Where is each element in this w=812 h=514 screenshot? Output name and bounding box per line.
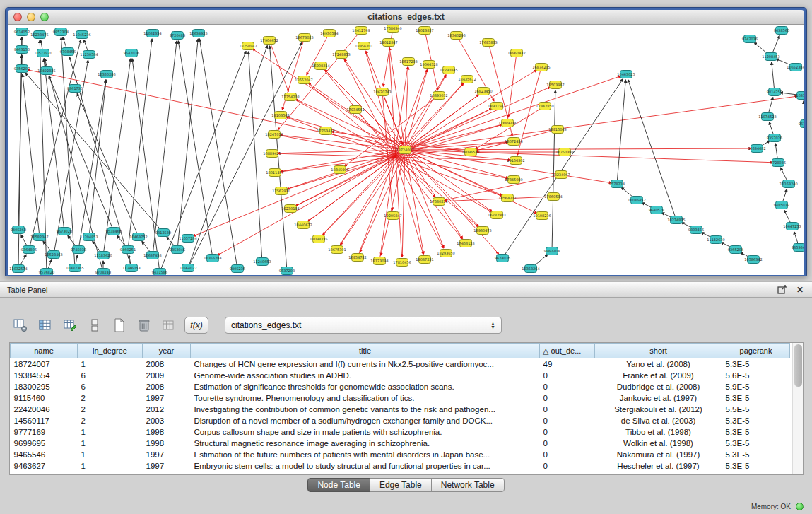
graph-node[interactable]: 17290845 — [440, 66, 457, 74]
function-builder-button[interactable]: f(x) — [184, 317, 208, 334]
graph-node[interactable]: 17810456 — [393, 259, 411, 267]
graph-node[interactable]: 9356207 — [14, 65, 30, 73]
graph-node[interactable]: 9805236 — [230, 265, 245, 273]
graph-node[interactable]: 10573920 — [34, 49, 52, 57]
graph-edge[interactable] — [405, 87, 551, 150]
graph-node[interactable]: 18552047 — [295, 76, 312, 84]
table-row[interactable]: 946362711997Embryonic stem cells: a mode… — [11, 460, 790, 472]
choose-columns-icon[interactable] — [36, 316, 54, 334]
graph-node[interactable]: 18340296 — [447, 32, 465, 40]
graph-node[interactable]: 9742036 — [742, 35, 758, 43]
table-row[interactable]: 946554611997Estimation of the future num… — [11, 449, 790, 460]
graph-node[interactable]: 11074523 — [758, 113, 776, 121]
graph-node[interactable]: 11204853 — [80, 233, 98, 241]
graph-edge[interactable] — [275, 142, 508, 173]
import-table-icon[interactable] — [160, 316, 178, 334]
graph-node[interactable]: 9673028 — [57, 228, 72, 235]
graph-node[interactable]: 9431586 — [152, 269, 167, 276]
graph-node[interactable]: 18435672 — [458, 76, 476, 83]
table-row[interactable]: 2242004622012Investigating the contribut… — [11, 404, 790, 415]
graph-node[interactable]: 19156302 — [507, 157, 524, 165]
graph-node[interactable]: 9867204 — [544, 247, 560, 255]
table-settings-icon[interactable] — [11, 316, 30, 334]
graph-node[interactable]: 9438560 — [774, 27, 789, 35]
graph-node[interactable]: 16954782 — [348, 254, 366, 262]
graph-node[interactable]: 10637458 — [143, 252, 161, 259]
graph-node[interactable]: 11036452 — [628, 197, 645, 204]
graph-node[interactable]: 18675301 — [328, 246, 346, 254]
graph-node[interactable]: 16782903 — [488, 211, 505, 219]
table-row[interactable]: 911546021997Tourette syndrome. Phenomeno… — [11, 392, 790, 404]
table-scrollbar[interactable] — [792, 343, 803, 474]
graph-node[interactable]: 9634052 — [14, 28, 30, 36]
table-row[interactable]: 1872400712008Changes of HCN gene express… — [11, 358, 790, 370]
graph-node[interactable]: 9364805 — [21, 246, 37, 254]
graph-edge[interactable] — [381, 150, 405, 255]
graph-edge[interactable] — [508, 53, 517, 117]
graph-node[interactable]: 19103562 — [271, 112, 289, 119]
graph-node[interactable]: 11082354 — [143, 30, 161, 37]
graph-node[interactable]: 19012847 — [379, 39, 397, 47]
graph-node[interactable]: 18673025 — [295, 34, 313, 42]
graph-node[interactable]: 10534682 — [748, 145, 765, 153]
column-header[interactable]: pagerank — [722, 344, 790, 358]
graph-node[interactable]: 9853046 — [170, 246, 185, 254]
graph-node[interactable]: 10238475 — [30, 31, 48, 39]
zoom-window-button[interactable] — [40, 13, 49, 21]
table-selector-dropdown[interactable]: citations_edges.txt ▲▼ — [225, 317, 502, 334]
graph-node[interactable]: 19023857 — [416, 27, 433, 35]
graph-edge[interactable] — [383, 28, 393, 86]
graph-edge[interactable] — [270, 46, 287, 271]
column-header[interactable]: title — [191, 344, 540, 358]
graph-node[interactable]: 9861730 — [67, 85, 83, 93]
graph-node[interactable]: 9745038 — [71, 246, 86, 254]
graph-node[interactable]: 9460251 — [120, 246, 136, 254]
graph-node[interactable]: 18345906 — [331, 166, 348, 174]
edit-columns-icon[interactable] — [61, 316, 79, 334]
graph-node[interactable]: 18930475 — [473, 227, 491, 235]
graph-node[interactable]: 18412769 — [352, 27, 370, 35]
graph-node[interactable]: 9365204 — [728, 246, 743, 254]
graph-node[interactable]: 9803456 — [688, 226, 704, 234]
graph-node[interactable]: 9852304 — [53, 28, 69, 36]
graph-node[interactable]: 17342850 — [536, 103, 553, 110]
graph-node[interactable]: 9708243 — [95, 269, 111, 276]
tab-network-table[interactable]: Network Table — [431, 478, 505, 492]
graph-node[interactable]: 10274835 — [667, 216, 685, 224]
graph-edge[interactable] — [617, 80, 625, 184]
graph-node[interactable]: 19064328 — [420, 61, 437, 69]
graph-node[interactable]: 16895032 — [430, 92, 447, 100]
graph-node[interactable]: 17763418 — [317, 127, 334, 135]
graph-node[interactable]: 18440672 — [294, 221, 312, 229]
graph-node[interactable]: 10586342 — [744, 256, 762, 264]
column-header[interactable]: △ out_de... — [540, 344, 595, 358]
graph-node[interactable]: 17586340 — [384, 25, 401, 33]
graph-edge[interactable] — [249, 52, 262, 262]
graph-node[interactable]: 9720483 — [170, 32, 185, 40]
graph-node[interactable]: 11035264 — [794, 92, 804, 100]
graph-node[interactable]: 19087231 — [416, 256, 433, 264]
graph-node[interactable]: 18960432 — [507, 49, 525, 57]
graph-node[interactable]: 9547036 — [124, 49, 139, 57]
graph-node[interactable]: 9578234 — [609, 180, 625, 188]
graph-node[interactable]: 16908314 — [312, 62, 329, 70]
window-titlebar[interactable]: citations_edges.txt — [8, 10, 804, 25]
graph-node[interactable]: 9708456 — [60, 48, 76, 56]
graph-node[interactable]: 16874205 — [532, 64, 550, 71]
float-panel-icon[interactable] — [777, 285, 787, 295]
graph-node[interactable]: 11045236 — [73, 31, 90, 39]
graph-node[interactable]: 9853642 — [792, 244, 804, 252]
graph-node[interactable]: 19230184 — [281, 205, 299, 213]
graph-node[interactable]: 9537208 — [279, 267, 295, 275]
close-panel-icon[interactable]: ✕ — [795, 285, 805, 295]
graph-node[interactable]: 17869504 — [544, 193, 562, 201]
graph-node[interactable]: 10634925 — [189, 30, 207, 37]
graph-node[interactable]: 18293650 — [437, 250, 454, 257]
graph-edge[interactable] — [103, 59, 131, 255]
graph-node[interactable]: 11240653 — [253, 258, 271, 266]
graph-edge[interactable] — [445, 197, 553, 201]
graph-edge[interactable] — [25, 73, 163, 233]
new-table-icon[interactable] — [110, 316, 129, 334]
table-row[interactable]: 969969511998Structural magnetic resonanc… — [11, 438, 790, 449]
graph-node[interactable]: 18234067 — [552, 171, 570, 179]
